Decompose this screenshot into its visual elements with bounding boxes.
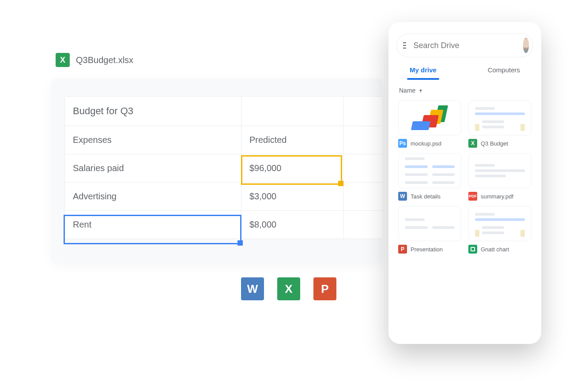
- file-name: summary.pdf: [481, 193, 513, 200]
- powerpoint-icon[interactable]: P: [313, 277, 336, 300]
- file-name: Presentation: [411, 246, 443, 253]
- file-name: Task details: [411, 193, 441, 200]
- google-sheets-icon: [468, 245, 477, 254]
- search-input[interactable]: [412, 41, 516, 51]
- file-thumb: [398, 206, 461, 241]
- tabs: My drive Computers: [396, 57, 533, 79]
- cell-b1[interactable]: [241, 97, 344, 126]
- file-name: Q3 Budget: [481, 140, 508, 147]
- arrow-up-icon: [418, 88, 423, 93]
- doc-thumb-icon: [405, 216, 455, 232]
- excel-icon[interactable]: X: [277, 277, 300, 300]
- file-card-presentation[interactable]: P Presentation: [398, 206, 461, 254]
- cell-a1[interactable]: Budget for Q3: [65, 97, 241, 126]
- avatar[interactable]: [523, 37, 529, 53]
- excel-icon: X: [56, 53, 70, 67]
- tab-my-drive[interactable]: My drive: [410, 64, 437, 76]
- word-icon[interactable]: W: [241, 277, 264, 300]
- menu-icon[interactable]: [403, 42, 406, 49]
- powerpoint-icon: P: [398, 245, 407, 254]
- table-row: Salaries paid $96,000: [65, 154, 382, 183]
- tab-computers[interactable]: Computers: [488, 64, 520, 76]
- file-card-q3-budget[interactable]: X Q3 Budget: [468, 100, 531, 148]
- file-name: Gnatt chart: [481, 246, 509, 253]
- table-row: Rent $8,000: [65, 211, 382, 239]
- doc-thumb-icon: [475, 210, 525, 237]
- cell-c3[interactable]: [344, 154, 383, 183]
- spreadsheet: Budget for Q3 Expenses Predicted Salarie…: [64, 96, 382, 239]
- file-label: PDF summary.pdf: [468, 192, 531, 201]
- doc-thumb-icon: [405, 155, 455, 187]
- cell-a2[interactable]: Expenses: [65, 126, 241, 154]
- drive-grid: Ps mockup.psd X: [396, 97, 533, 256]
- cell-c1[interactable]: [344, 97, 383, 126]
- search-bar: [396, 34, 533, 57]
- cell-a3[interactable]: Salaries paid: [65, 154, 241, 183]
- cell-b2[interactable]: Predicted: [241, 126, 344, 154]
- cell-b4[interactable]: $3,000: [241, 183, 344, 211]
- file-thumb: [398, 153, 461, 188]
- cell-a4[interactable]: Advertising: [65, 183, 241, 211]
- file-thumb: [468, 153, 531, 188]
- file-thumb: [468, 100, 531, 135]
- file-card-summary-pdf[interactable]: PDF summary.pdf: [468, 153, 531, 201]
- word-icon: W: [398, 192, 407, 201]
- doc-thumb-icon: [475, 161, 525, 180]
- cell-b3[interactable]: $96,000: [241, 154, 344, 183]
- table-row: Budget for Q3: [65, 97, 382, 126]
- blocks-thumb-icon: [410, 105, 450, 130]
- file-label: Ps mockup.psd: [398, 139, 461, 148]
- file-thumb: [468, 206, 531, 241]
- photoshop-icon: Ps: [398, 139, 407, 148]
- file-card-task-details[interactable]: W Task details: [398, 153, 461, 201]
- app-icons-row: W X P: [241, 277, 336, 300]
- excel-icon: X: [468, 139, 477, 148]
- file-card-gnatt-chart[interactable]: Gnatt chart: [468, 206, 531, 254]
- list-sort-header[interactable]: Name: [396, 79, 533, 97]
- cell-b5[interactable]: $8,000: [241, 211, 344, 239]
- drive-mobile-panel: My drive Computers Name Ps mockup.psd: [388, 22, 541, 344]
- file-card-mockup[interactable]: Ps mockup.psd: [398, 100, 461, 148]
- table-row: Expenses Predicted: [65, 126, 382, 154]
- file-label: X Q3 Budget: [468, 139, 531, 148]
- sort-column-label: Name: [399, 87, 415, 94]
- file-title-bar: X Q3Budget.xlsx: [56, 53, 133, 67]
- cell-c4[interactable]: [344, 183, 383, 211]
- file-name: mockup.psd: [411, 140, 441, 147]
- cell-c5[interactable]: [344, 211, 383, 239]
- cell-c2[interactable]: [344, 126, 383, 154]
- file-label: P Presentation: [398, 245, 461, 254]
- cell-a5[interactable]: Rent: [65, 211, 241, 239]
- file-label: W Task details: [398, 192, 461, 201]
- table-row: Advertising $3,000: [65, 183, 382, 211]
- file-thumb: [398, 100, 461, 135]
- pdf-icon: PDF: [468, 192, 477, 201]
- file-name: Q3Budget.xlsx: [76, 55, 133, 65]
- file-label: Gnatt chart: [468, 245, 531, 254]
- doc-thumb-icon: [475, 105, 525, 131]
